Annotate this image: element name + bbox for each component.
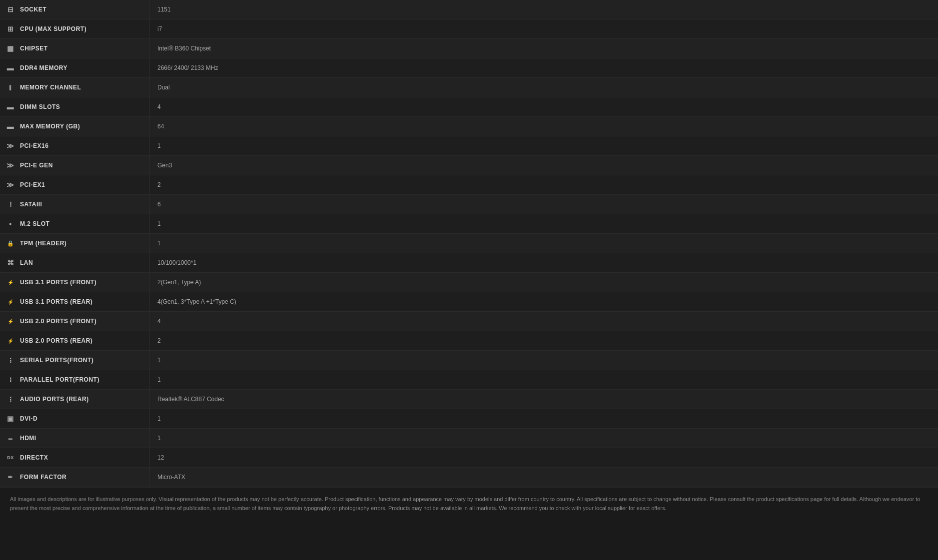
spec-label-pci-ex1: PCI-EX1 (0, 175, 150, 194)
form-factor-icon (5, 472, 16, 483)
spec-label-directx: DIRECTX (0, 448, 150, 467)
spec-row-usb31-rear: USB 3.1 PORTS (REAR)4(Gen1, 3*Type A +1*… (0, 292, 938, 312)
spec-row-parallel-front: PARALLEL PORT(FRONT)1 (0, 370, 938, 390)
spec-label-ddr4: DDR4 MEMORY (0, 58, 150, 77)
tpm-icon (5, 238, 16, 249)
usb20-front-icon (5, 316, 16, 327)
ddr4-icon (5, 62, 16, 73)
spec-label-text-form-factor: FORM FACTOR (20, 474, 66, 481)
disclaimer-text: All images and descriptions are for illu… (10, 496, 920, 511)
usb31-rear-icon (5, 296, 16, 307)
spec-label-text-usb20-rear: USB 2.0 PORTS (REAR) (20, 337, 92, 344)
usb31-front-icon (5, 277, 16, 288)
spec-value-socket: 1151 (150, 2, 938, 17)
spec-label-parallel-front: PARALLEL PORT(FRONT) (0, 370, 150, 389)
spec-row-pci-ex1: PCI-EX12 (0, 175, 938, 195)
spec-row-serial-front: SERIAL PORTS(FRONT)1 (0, 351, 938, 370)
spec-label-text-cpu-max: CPU (MAX SUPPORT) (20, 25, 86, 32)
spec-label-dvi-d: DVI-D (0, 409, 150, 428)
spec-label-text-ddr4: DDR4 MEMORY (20, 64, 67, 71)
spec-row-tpm: TPM (HEADER)1 (0, 234, 938, 253)
spec-label-text-pci-gen: PCI-E GEN (20, 162, 53, 169)
spec-row-max-memory: MAX MEMORY (GB)64 (0, 117, 938, 136)
spec-label-text-audio-rear: AUDIO PORTS (REAR) (20, 396, 89, 403)
spec-value-cpu-max: i7 (150, 21, 938, 36)
mem-channel-icon (5, 82, 16, 93)
spec-label-pci-gen: PCI-E GEN (0, 156, 150, 175)
spec-row-dimm-slots: DIMM SLOTS4 (0, 97, 938, 117)
dvi-d-icon (5, 413, 16, 424)
spec-value-usb31-front: 2(Gen1, Type A) (150, 275, 938, 290)
spec-label-usb31-front: USB 3.1 PORTS (FRONT) (0, 273, 150, 292)
spec-row-m2-slot: M.2 SLOT1 (0, 214, 938, 234)
spec-label-max-memory: MAX MEMORY (GB) (0, 117, 150, 136)
spec-value-mem-channel: Dual (150, 80, 938, 95)
spec-row-mem-channel: MEMORY CHANNELDual (0, 78, 938, 97)
spec-label-text-pci-ex16: PCI-EX16 (20, 142, 48, 149)
spec-label-text-max-memory: MAX MEMORY (GB) (20, 123, 80, 130)
spec-value-max-memory: 64 (150, 119, 938, 134)
pci-ex1-icon (5, 179, 16, 190)
spec-value-pci-ex1: 2 (150, 177, 938, 192)
spec-value-audio-rear: Realtek® ALC887 Codec (150, 392, 938, 407)
spec-value-parallel-front: 1 (150, 372, 938, 387)
spec-row-hdmi: HDMI1 (0, 429, 938, 448)
cpu-max-icon (5, 23, 16, 34)
spec-label-text-lan: LAN (20, 259, 33, 266)
spec-value-lan: 10/100/1000*1 (150, 255, 938, 270)
spec-label-socket: SOCKET (0, 0, 150, 19)
spec-label-text-dvi-d: DVI-D (20, 415, 37, 422)
spec-label-text-mem-channel: MEMORY CHANNEL (20, 84, 81, 91)
spec-value-usb20-rear: 2 (150, 333, 938, 348)
spec-label-text-usb20-front: USB 2.0 PORTS (FRONT) (20, 318, 96, 325)
spec-label-text-chipset: CHIPSET (20, 45, 48, 52)
parallel-front-icon (5, 374, 16, 385)
sataiii-icon (5, 199, 16, 210)
spec-label-tpm: TPM (HEADER) (0, 234, 150, 253)
spec-label-text-parallel-front: PARALLEL PORT(FRONT) (20, 376, 99, 383)
spec-label-text-hdmi: HDMI (20, 435, 36, 442)
lan-icon (5, 257, 16, 268)
audio-rear-icon (5, 394, 16, 405)
chipset-icon (5, 43, 16, 54)
spec-value-ddr4: 2666/ 2400/ 2133 MHz (150, 60, 938, 75)
pci-ex16-icon (5, 140, 16, 151)
spec-label-form-factor: FORM FACTOR (0, 468, 150, 487)
spec-label-m2-slot: M.2 SLOT (0, 214, 150, 233)
spec-label-usb31-rear: USB 3.1 PORTS (REAR) (0, 292, 150, 311)
disclaimer-section: All images and descriptions are for illu… (0, 487, 938, 520)
spec-container: SOCKET1151CPU (MAX SUPPORT)i7CHIPSETInte… (0, 0, 938, 520)
spec-value-dimm-slots: 4 (150, 99, 938, 114)
socket-icon (5, 4, 16, 15)
spec-value-dvi-d: 1 (150, 411, 938, 426)
spec-value-chipset: Intel® B360 Chipset (150, 41, 938, 56)
spec-label-hdmi: HDMI (0, 429, 150, 448)
spec-label-text-socket: SOCKET (20, 6, 46, 13)
spec-label-text-usb31-front: USB 3.1 PORTS (FRONT) (20, 279, 96, 286)
spec-label-pci-ex16: PCI-EX16 (0, 136, 150, 155)
spec-row-pci-gen: PCI-E GENGen3 (0, 156, 938, 175)
spec-row-lan: LAN10/100/1000*1 (0, 253, 938, 273)
spec-label-audio-rear: AUDIO PORTS (REAR) (0, 390, 150, 409)
serial-front-icon (5, 355, 16, 366)
spec-row-usb31-front: USB 3.1 PORTS (FRONT)2(Gen1, Type A) (0, 273, 938, 292)
spec-label-text-directx: DIRECTX (20, 454, 48, 461)
spec-label-cpu-max: CPU (MAX SUPPORT) (0, 19, 150, 38)
spec-value-pci-gen: Gen3 (150, 158, 938, 173)
spec-value-directx: 12 (150, 450, 938, 465)
spec-value-tpm: 1 (150, 236, 938, 251)
spec-label-text-sataiii: SATAIII (20, 201, 42, 208)
spec-label-text-dimm-slots: DIMM SLOTS (20, 103, 60, 110)
pci-gen-icon (5, 160, 16, 171)
spec-value-hdmi: 1 (150, 431, 938, 446)
spec-label-text-pci-ex1: PCI-EX1 (20, 181, 45, 188)
spec-row-usb20-rear: USB 2.0 PORTS (REAR)2 (0, 331, 938, 351)
spec-value-usb20-front: 4 (150, 314, 938, 329)
spec-row-usb20-front: USB 2.0 PORTS (FRONT)4 (0, 312, 938, 331)
spec-row-pci-ex16: PCI-EX161 (0, 136, 938, 156)
directx-icon (5, 452, 16, 463)
spec-row-form-factor: FORM FACTORMicro-ATX (0, 468, 938, 487)
spec-row-audio-rear: AUDIO PORTS (REAR)Realtek® ALC887 Codec (0, 390, 938, 409)
spec-row-socket: SOCKET1151 (0, 0, 938, 19)
spec-value-form-factor: Micro-ATX (150, 470, 938, 485)
